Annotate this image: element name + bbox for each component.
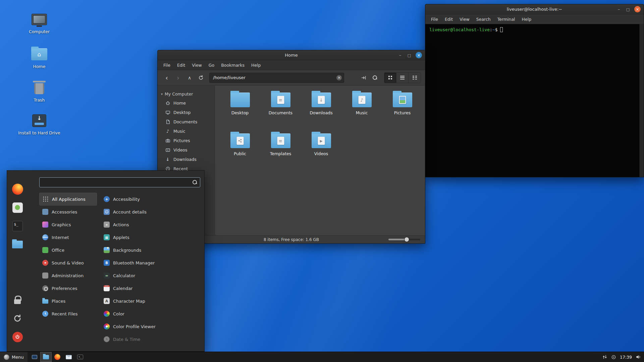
firefox-launcher[interactable] [12, 183, 23, 195]
file-item-templates[interactable]: ≡ Templates [260, 131, 301, 172]
file-grid[interactable]: Desktop ≡ Documents ↓ Downloads ♪ Music … [215, 85, 425, 235]
app-list-scrollbar[interactable] [198, 193, 200, 349]
menu-search[interactable]: Search [473, 16, 494, 23]
category-administration[interactable]: Administration [39, 269, 97, 282]
close-icon[interactable] [416, 52, 422, 58]
app-account-details[interactable]: Account details [101, 205, 200, 218]
menu-file[interactable]: File [428, 16, 441, 23]
menu-terminal[interactable]: Terminal [494, 16, 518, 23]
software-manager-launcher[interactable] [12, 202, 23, 213]
document-emblem-icon: ≡ [277, 96, 284, 104]
terminal-icon [12, 221, 23, 231]
file-item-public[interactable]: Public [220, 131, 260, 172]
app-calendar[interactable]: Calendar [101, 282, 200, 295]
up-icon[interactable]: ∧ [184, 73, 195, 83]
menu-bookmarks[interactable]: Bookmarks [218, 62, 248, 69]
terminal-launcher[interactable] [12, 220, 23, 232]
terminal-taskbar-button[interactable] [74, 352, 86, 362]
close-icon[interactable] [634, 6, 641, 12]
log-out-button[interactable] [12, 313, 23, 324]
category-sound-video[interactable]: Sound & Video [39, 256, 97, 269]
menu-edit[interactable]: Edit [442, 16, 456, 23]
search-input[interactable] [39, 177, 200, 187]
lock-screen-button[interactable] [12, 294, 23, 306]
category-graphics[interactable]: Graphics [39, 218, 97, 231]
icon-view-button[interactable] [384, 73, 396, 83]
category-accessories[interactable]: Accessories [39, 205, 97, 218]
maximize-icon[interactable] [407, 53, 412, 57]
list-view-button[interactable] [396, 73, 409, 83]
app-color-profile-viewer[interactable]: Color Profile Viewer [101, 320, 200, 333]
category-places[interactable]: Places [39, 295, 97, 307]
sidebar-item-pictures[interactable]: Pictures [158, 136, 215, 145]
sidebar-section-my-computer[interactable]: ▾ My Computer [158, 89, 215, 98]
volume-tray-button[interactable] [636, 354, 641, 360]
category-recent-files[interactable]: Recent Files [39, 307, 97, 320]
back-icon[interactable]: ‹ [162, 73, 172, 83]
menu-help[interactable]: Help [519, 16, 535, 23]
menu-button[interactable]: Menu [0, 352, 28, 362]
firefox-taskbar-button[interactable] [52, 352, 63, 362]
forward-icon[interactable]: › [173, 73, 183, 83]
app-calculator[interactable]: Calculator [101, 269, 200, 282]
maximize-icon[interactable] [625, 7, 631, 11]
file-label: Pictures [394, 110, 411, 115]
app-actions[interactable]: Actions [101, 218, 200, 231]
desktop-icon-home[interactable]: ⌂ Home [17, 47, 61, 69]
app-character-map[interactable]: Character Map [101, 295, 200, 307]
app-accessibility[interactable]: Accessibility [101, 193, 200, 205]
file-item-videos[interactable]: ▶ Videos [301, 131, 341, 172]
compact-view-button[interactable] [409, 73, 421, 83]
sidebar-item-music[interactable]: ♪ Music [158, 126, 215, 136]
app-bluetooth-manager[interactable]: Bluetooth Manager [101, 256, 200, 269]
sidebar-item-documents[interactable]: Documents [158, 117, 215, 126]
file-manager-titlebar[interactable]: Home [158, 50, 425, 60]
zoom-slider-knob[interactable] [405, 237, 409, 242]
edit-location-icon[interactable] [359, 73, 369, 83]
status-tray-button[interactable] [611, 355, 616, 360]
network-tray-button[interactable] [602, 354, 607, 360]
menu-file[interactable]: File [160, 62, 173, 69]
terminal-content[interactable]: liveuser@localhost-live:~$ [425, 24, 644, 177]
menu-view[interactable]: View [189, 62, 205, 69]
desktop-icon-trash[interactable]: Trash [17, 80, 61, 103]
file-item-music[interactable]: ♪ Music [341, 90, 382, 131]
file-item-downloads[interactable]: ↓ Downloads [301, 90, 341, 131]
category-preferences[interactable]: Preferences [39, 282, 97, 295]
menu-view[interactable]: View [457, 16, 473, 23]
app-date-time[interactable]: Date & Time [101, 333, 200, 346]
zoom-slider[interactable] [388, 239, 420, 240]
category-internet[interactable]: Internet [39, 231, 97, 244]
menu-edit[interactable]: Edit [174, 62, 188, 69]
search-icon[interactable] [370, 73, 380, 83]
minimize-icon[interactable] [397, 53, 403, 57]
app-color[interactable]: Color [101, 307, 200, 320]
email-taskbar-button[interactable] [63, 352, 74, 362]
sidebar-item-videos[interactable]: Videos [158, 145, 215, 155]
files-launcher[interactable] [12, 239, 23, 250]
file-item-desktop[interactable]: Desktop [220, 90, 260, 131]
refresh-icon[interactable] [196, 73, 206, 83]
app-backgrounds[interactable]: Backgrounds [101, 244, 200, 256]
sidebar-item-desktop[interactable]: Desktop [158, 108, 215, 117]
minimize-icon[interactable] [616, 7, 622, 11]
category-office[interactable]: Office [39, 244, 97, 256]
category-all-applications[interactable]: All Applications [39, 193, 97, 205]
clear-location-icon[interactable] [336, 75, 342, 80]
terminal-titlebar[interactable]: liveuser@localhost-live:~ [425, 4, 644, 14]
file-item-documents[interactable]: ≡ Documents [260, 90, 301, 131]
location-input[interactable] [209, 73, 344, 83]
menu-help[interactable]: Help [248, 62, 264, 69]
menu-go[interactable]: Go [206, 62, 217, 69]
files-taskbar-button[interactable] [40, 352, 52, 362]
clock[interactable]: 17:39 [620, 355, 632, 360]
desktop-icon-installer[interactable]: ↓ Install to Hard Drive [17, 113, 61, 136]
sidebar-item-home[interactable]: Home [158, 98, 215, 108]
app-applets[interactable]: Applets [101, 231, 200, 244]
file-item-pictures[interactable]: Pictures [382, 90, 423, 131]
shut-down-button[interactable] [12, 331, 23, 343]
show-desktop-button[interactable] [29, 352, 40, 362]
terminal-scrollbar[interactable] [639, 24, 644, 177]
sidebar-item-downloads[interactable]: ↓ Downloads [158, 155, 215, 164]
desktop-icon-computer[interactable]: Computer [17, 12, 61, 35]
